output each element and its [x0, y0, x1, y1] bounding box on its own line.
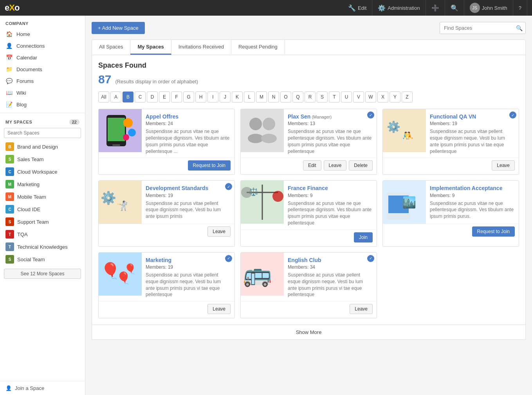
space-card-members: Members: 19 — [430, 121, 515, 126]
alpha-btn-k[interactable]: K — [232, 92, 243, 102]
sidebar-item-home[interactable]: 🏠 Home — [0, 28, 85, 40]
alpha-btn-w[interactable]: W — [365, 92, 376, 102]
avatar: JS — [470, 3, 480, 13]
space-card-desc: Suspendisse ac purus vitae ne que pellen… — [288, 128, 373, 154]
tab-my-spaces[interactable]: My Spaces — [130, 40, 171, 55]
member-badge: ✓ — [509, 111, 516, 118]
alpha-btn-l[interactable]: L — [244, 92, 255, 102]
sidebar-space-item-cloud[interactable]: C Cloud Workspace — [0, 165, 85, 178]
alpha-btn-g[interactable]: G — [183, 92, 194, 102]
action-btn-appel-0[interactable]: Request to Join — [188, 160, 231, 171]
alpha-btn-t[interactable]: T — [329, 92, 340, 102]
alpha-btn-c[interactable]: C — [135, 92, 146, 102]
sidebar-item-blog[interactable]: 📝 Blog — [0, 99, 85, 110]
svg-point-10 — [263, 118, 275, 130]
action-btn-devstd-0[interactable]: Leave — [207, 226, 231, 237]
action-btn-plax-2[interactable]: Delete — [349, 160, 373, 171]
alpha-btn-all[interactable]: All — [98, 92, 109, 102]
alpha-btn-v[interactable]: V — [353, 92, 364, 102]
sidebar-item-connections[interactable]: 👤 Connections — [0, 40, 85, 52]
member-badge: ✓ — [225, 255, 232, 262]
alpha-btn-m[interactable]: M — [256, 92, 267, 102]
space-label: Cloud Workspace — [17, 169, 57, 175]
space-thumb: C — [5, 167, 14, 176]
sidebar-space-item-marketing[interactable]: M Marketing — [0, 178, 85, 190]
alpha-btn-j[interactable]: J — [220, 92, 231, 102]
alpha-btn-s[interactable]: S — [317, 92, 328, 102]
space-card-appel: Appel Offres Members: 24 Suspendisse ac … — [98, 109, 235, 175]
alpha-btn-z[interactable]: Z — [402, 92, 413, 102]
edit-button[interactable]: 🔧 Edit — [343, 0, 372, 16]
alpha-btn-f[interactable]: F — [171, 92, 182, 102]
alpha-btn-u[interactable]: U — [341, 92, 352, 102]
space-card-desc: Suspendisse ac purus vitae pellent esque… — [146, 272, 231, 298]
sidebar-space-item-mobile[interactable]: M Mobile Team — [0, 190, 85, 203]
help-button[interactable]: ? — [513, 0, 527, 16]
sidebar-space-item-support[interactable]: S Support Team — [0, 215, 85, 228]
action-btn-impl-0[interactable]: Request to Join — [472, 226, 515, 237]
sidebar: COMPANY 🏠 Home 👤 Connections 📅 Calendar … — [0, 16, 85, 395]
sidebar-space-item-cloudide[interactable]: C Cloud IDE — [0, 203, 85, 215]
action-btn-plax-0[interactable]: Edit — [303, 160, 321, 171]
alpha-btn-r[interactable]: R — [305, 92, 316, 102]
alpha-btn-y[interactable]: Y — [390, 92, 400, 102]
find-spaces-wrapper: 🔍 — [440, 22, 526, 34]
space-card-name[interactable]: Marketing — [146, 257, 231, 264]
action-btn-france-0[interactable]: Join — [354, 232, 373, 242]
space-card-name[interactable]: Functional QA VN — [430, 113, 515, 120]
alpha-btn-o[interactable]: O — [280, 92, 291, 102]
space-card-plax: ✓ Plax Sen (Manager) Members: 13 Suspend… — [240, 109, 377, 175]
action-btn-marketing-0[interactable]: Leave — [207, 304, 231, 314]
action-btn-plax-1[interactable]: Leave — [324, 160, 347, 171]
see-more-button[interactable]: See 12 More Spaces — [4, 269, 81, 279]
sidebar-space-item-tech[interactable]: T Technical Knowledges — [0, 241, 85, 253]
space-card-members: Members: 13 — [288, 121, 373, 126]
sidebar-space-item-tqa[interactable]: T TQA — [0, 228, 85, 241]
space-card-name[interactable]: France Finance — [288, 185, 373, 192]
space-card-body: Implementation Acceptance Members: 9 Sus… — [426, 181, 519, 224]
sidebar-item-documents[interactable]: 📁 Documents — [0, 63, 85, 75]
sidebar-item-wiki[interactable]: 📖 Wiki — [0, 87, 85, 99]
sidebar-item-forums[interactable]: 💬 Forums — [0, 75, 85, 87]
sidebar-space-item-sales[interactable]: S Sales Team — [0, 153, 85, 165]
space-card-name[interactable]: English Club — [288, 257, 373, 264]
admin-button[interactable]: ⚙️ Administration — [372, 0, 426, 16]
space-card-name[interactable]: Development Standards — [146, 185, 231, 192]
action-btn-english-0[interactable]: Leave — [350, 304, 373, 314]
alpha-btn-q[interactable]: Q — [292, 92, 303, 102]
logo[interactable]: eXo — [5, 3, 19, 13]
tab-all-spaces[interactable]: All Spaces — [92, 40, 130, 55]
space-card-impl: 🏙️ Implementation Acceptance Members: 9 … — [382, 180, 519, 246]
space-label: Marketing — [17, 181, 40, 187]
add-button[interactable]: ➕ — [426, 0, 445, 16]
show-more-button[interactable]: Show More — [92, 325, 526, 340]
join-space-item[interactable]: 👤 Join a Space — [0, 381, 85, 395]
space-card-desc: Suspendisse ac purus vitae ne que pellen… — [146, 128, 231, 154]
tab-invitations[interactable]: Invitations Received — [171, 40, 231, 55]
search-spaces-input[interactable] — [4, 128, 81, 138]
alpha-btn-n[interactable]: N — [268, 92, 279, 102]
svg-rect-3 — [112, 144, 120, 146]
space-thumb: M — [5, 192, 14, 201]
space-card-name[interactable]: Appel Offres — [146, 113, 231, 120]
space-card-functional: ✓ ⚙️ 🤼 Functional QA VN Members: 19 Susp… — [382, 109, 519, 175]
sidebar-space-item-social[interactable]: S Social Team — [0, 253, 85, 266]
space-card-name[interactable]: Implementation Acceptance — [430, 185, 515, 192]
action-btn-functional-0[interactable]: Leave — [492, 160, 515, 171]
tab-pending[interactable]: Request Pending — [231, 40, 285, 55]
alpha-btn-a[interactable]: A — [110, 92, 121, 102]
alpha-btn-x[interactable]: X — [377, 92, 388, 102]
sidebar-space-item-brand[interactable]: B Brand and Design — [0, 140, 85, 153]
space-card-name[interactable]: Plax Sen (Manager) — [288, 113, 373, 120]
search-button[interactable]: 🔍 — [445, 0, 464, 16]
alpha-btn-e[interactable]: E — [159, 92, 170, 102]
sidebar-item-calendar[interactable]: 📅 Calendar — [0, 52, 85, 63]
alpha-btn-d[interactable]: D — [147, 92, 158, 102]
alpha-btn-h[interactable]: H — [195, 92, 206, 102]
find-spaces-input[interactable] — [440, 22, 526, 34]
layout: COMPANY 🏠 Home 👤 Connections 📅 Calendar … — [0, 16, 532, 395]
add-space-button[interactable]: + Add New Space — [92, 22, 145, 34]
alpha-btn-i[interactable]: I — [207, 92, 218, 102]
user-profile-button[interactable]: JS John Smith — [464, 0, 513, 16]
alpha-btn-b[interactable]: B — [123, 92, 133, 102]
